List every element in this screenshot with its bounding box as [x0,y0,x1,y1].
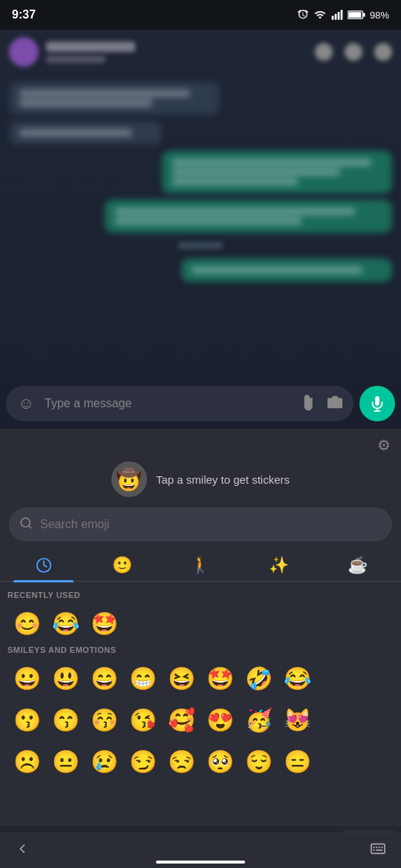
message-input-pill: ☺ Type a message [6,386,353,421]
svg-rect-1 [335,14,337,20]
emoji-s23[interactable]: 😌 [239,742,278,780]
emoji-s7[interactable]: 🤣 [239,659,278,697]
status-time: 9:37 [12,8,36,22]
svg-rect-3 [341,10,343,19]
chat-messages [0,74,401,289]
emoji-s24[interactable]: 😑 [278,742,316,780]
mic-button[interactable] [359,386,395,421]
chat-area [0,30,401,378]
emoji-category-tabs: 🙂 🚶 ✨ ☕ [0,549,401,582]
more-options-icon[interactable] [374,43,392,61]
camera-icon[interactable] [327,394,343,414]
nav-indicator [156,861,245,864]
emoji-s5[interactable]: 😆 [162,659,200,697]
status-bar: 9:37 98% [0,0,401,30]
keyboard-topbar: ⚙ [0,429,401,461]
status-icons: 98% [297,9,389,21]
message-placeholder[interactable]: Type a message [45,397,293,410]
chat-info [46,42,307,63]
signal-icon [331,9,343,21]
sticker-promo-icon[interactable]: 🤠 [111,461,147,497]
sticker-promo-text: Tap a smiley to get stickers [156,473,290,486]
chat-status [46,56,105,63]
emoji-s15[interactable]: 🥳 [239,700,278,739]
keyboard-settings-icon[interactable]: ⚙ [377,436,391,454]
battery-icon [348,10,365,20]
emoji-s16[interactable]: 😻 [278,700,316,739]
attach-icon[interactable] [297,391,323,417]
nav-keyboard-button[interactable] [370,841,386,861]
battery-percent: 98% [370,10,389,21]
emoji-s17[interactable]: ☹️ [7,742,46,780]
recently-used-row: 😊 😂 🤩 [7,604,394,642]
sticker-promo: 🤠 Tap a smiley to get stickers [0,461,401,507]
message-sent-3 [181,258,392,282]
nav-back-button[interactable] [15,841,30,860]
emoji-s2[interactable]: 😃 [46,659,85,697]
emoji-s13[interactable]: 🥰 [162,700,200,739]
emoji-recent-1[interactable]: 😊 [7,604,46,642]
alarm-icon [297,9,309,21]
message-sent-2 [105,200,392,233]
call-icon[interactable] [345,43,362,61]
chat-avatar [9,37,39,67]
video-call-icon[interactable] [315,43,333,61]
wifi-icon [313,9,327,21]
message-received-1 [9,82,220,115]
category-activities[interactable]: ✨ [241,549,317,582]
category-recent[interactable] [6,549,82,582]
svg-line-11 [28,525,30,527]
search-icon [19,516,33,533]
emoji-s21[interactable]: 😒 [162,742,200,780]
emoji-s8[interactable]: 😂 [278,659,316,697]
category-smiley[interactable]: 🙂 [85,549,160,582]
message-received-2 [9,121,162,145]
emoji-s10[interactable]: 😙 [46,700,85,739]
smileys-label: SMILEYS AND EMOTIONS [7,645,394,654]
emoji-s1[interactable]: 😀 [7,659,46,697]
emoji-s19[interactable]: 😢 [85,742,123,780]
emoji-s12[interactable]: 😘 [123,700,162,739]
smileys-row-1: 😀 😃 😄 😁 😆 🤩 🤣 😂 [7,659,394,697]
svg-rect-22 [371,844,385,854]
emoji-toggle-button[interactable]: ☺ [16,394,36,413]
emoji-search-input[interactable] [40,518,382,531]
category-people[interactable]: 🚶 [163,549,238,582]
emoji-s22[interactable]: 🥺 [200,742,239,780]
emoji-search-container [9,507,392,542]
chat-actions [315,43,392,61]
recently-used-label: RECENTLY USED [7,591,394,599]
emoji-s20[interactable]: 😏 [123,742,162,780]
emoji-s3[interactable]: 😄 [85,659,123,697]
nav-bar [0,832,401,868]
smileys-row-2: 😗 😙 😚 😘 🥰 😍 🥳 😻 [7,700,394,739]
svg-rect-2 [338,12,340,20]
emoji-s6[interactable]: 🤩 [200,659,239,697]
category-food[interactable]: ☕ [319,549,395,582]
message-input-bar: ☺ Type a message [0,378,401,429]
svg-rect-6 [363,13,365,16]
emoji-s9[interactable]: 😗 [7,700,46,739]
chat-name [46,42,135,52]
smileys-row-3: ☹️ 😐 😢 😏 😒 🥺 😌 😑 [7,742,394,780]
emoji-sections: RECENTLY USED 😊 😂 🤩 SMILEYS AND EMOTIONS… [0,582,401,825]
message-sent-1 [162,151,392,194]
emoji-keyboard: ⚙ 🤠 Tap a smiley to get stickers 🙂 [0,429,401,868]
emoji-s14[interactable]: 😍 [200,700,239,739]
emoji-s11[interactable]: 😚 [85,700,123,739]
svg-rect-5 [348,12,361,18]
svg-rect-0 [332,16,334,19]
emoji-recent-3[interactable]: 🤩 [85,604,123,642]
emoji-recent-2[interactable]: 😂 [46,604,85,642]
emoji-s18[interactable]: 😐 [46,742,85,780]
chat-header [0,30,401,74]
emoji-s4[interactable]: 😁 [123,659,162,697]
svg-point-7 [332,400,337,405]
